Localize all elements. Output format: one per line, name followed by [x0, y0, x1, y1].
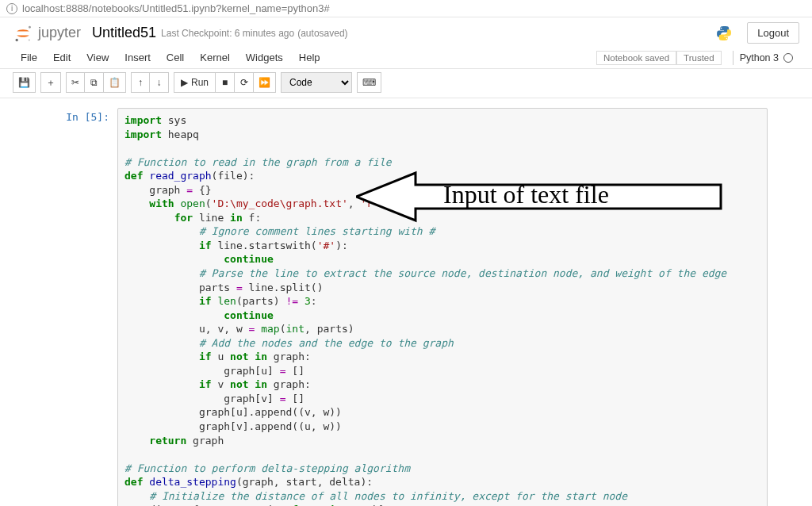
url-text: localhost:8888/notebooks/Untitled51.ipyn… [22, 2, 330, 14]
restart-icon: ⟳ [240, 77, 248, 88]
stop-icon: ■ [222, 77, 228, 88]
fast-forward-icon: ⏩ [259, 77, 270, 88]
copy-icon: ⧉ [90, 77, 98, 88]
notebook-title[interactable]: Untitled51 [92, 25, 156, 41]
plus-icon: ＋ [46, 76, 56, 90]
notebook-area: In [5]: import sys import heapq # Functi… [0, 98, 812, 506]
checkpoint-text: Last Checkpoint: 6 minutes ago [161, 28, 294, 39]
copy-button[interactable]: ⧉ [85, 72, 104, 93]
menu-widgets[interactable]: Widgets [238, 47, 291, 68]
menu-edit[interactable]: Edit [45, 47, 79, 68]
cut-button[interactable]: ✂ [66, 72, 85, 93]
trusted-indicator[interactable]: Trusted [676, 51, 722, 65]
restart-button[interactable]: ⟳ [235, 72, 254, 93]
interrupt-button[interactable]: ■ [216, 72, 235, 93]
kernel-label: Python 3 [733, 51, 799, 65]
command-palette-button[interactable]: ⌨ [357, 72, 381, 93]
menubar: File Edit View Insert Cell Kernel Widget… [0, 47, 812, 69]
arrow-down-icon: ↓ [157, 77, 162, 88]
arrow-up-icon: ↑ [138, 77, 143, 88]
menu-cell[interactable]: Cell [159, 47, 192, 68]
menu-kernel[interactable]: Kernel [192, 47, 238, 68]
svg-point-4 [726, 37, 728, 39]
run-button[interactable]: ▶Run [174, 72, 216, 93]
move-up-button[interactable]: ↑ [131, 72, 150, 93]
restart-run-button[interactable]: ⏩ [254, 72, 276, 93]
jupyter-logo[interactable]: jupyter [13, 23, 81, 44]
kernel-status-icon [783, 53, 793, 63]
toolbar: 💾 ＋ ✂ ⧉ 📋 ↑ ↓ ▶Run ■ ⟳ ⏩ Code ⌨ [0, 69, 812, 98]
run-label: Run [191, 77, 209, 88]
python-icon [715, 25, 733, 42]
menu-help[interactable]: Help [291, 47, 328, 68]
add-cell-button[interactable]: ＋ [40, 72, 61, 93]
jupyter-icon [13, 23, 33, 44]
celltype-select[interactable]: Code [281, 72, 352, 93]
code-cell[interactable]: In [5]: import sys import heapq # Functi… [44, 108, 768, 506]
code-text[interactable]: import sys import heapq # Function to re… [118, 109, 767, 506]
code-input[interactable]: import sys import heapq # Function to re… [117, 108, 768, 506]
menu-view[interactable]: View [79, 47, 117, 68]
paste-button[interactable]: 📋 [104, 72, 126, 93]
info-icon: i [6, 3, 17, 14]
url-bar: i localhost:8888/notebooks/Untitled51.ip… [0, 0, 812, 17]
saved-indicator: Notebook saved [596, 51, 676, 65]
menu-insert[interactable]: Insert [117, 47, 159, 68]
brand-text: jupyter [38, 25, 81, 41]
header: jupyter Untitled51 Last Checkpoint: 6 mi… [0, 17, 812, 47]
save-icon: 💾 [18, 77, 30, 88]
svg-point-0 [29, 25, 31, 28]
logout-button[interactable]: Logout [747, 22, 799, 44]
autosaved-text: (autosaved) [297, 28, 347, 39]
move-down-button[interactable]: ↓ [150, 72, 169, 93]
prompt: In [5]: [48, 108, 117, 123]
save-button[interactable]: 💾 [13, 72, 36, 93]
svg-point-1 [16, 38, 18, 40]
cut-icon: ✂ [71, 77, 79, 88]
keyboard-icon: ⌨ [362, 77, 376, 88]
play-icon: ▶ [181, 77, 188, 88]
paste-icon: 📋 [109, 77, 121, 88]
menu-file[interactable]: File [13, 47, 45, 68]
kernel-name: Python 3 [740, 52, 779, 63]
svg-point-3 [721, 27, 722, 29]
svg-point-2 [29, 39, 30, 40]
